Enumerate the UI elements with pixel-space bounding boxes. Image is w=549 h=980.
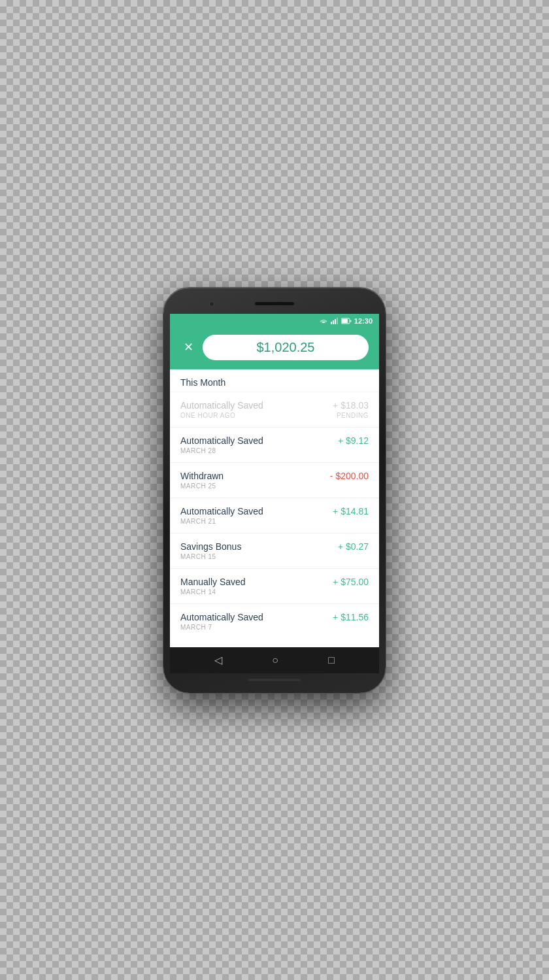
tx-left: Savings Bonus MARCH 15 (180, 541, 241, 560)
status-bar: 12:30 (170, 314, 379, 328)
tx-amount: + $9.12 (338, 435, 369, 446)
tx-right: + $18.03 PENDING (333, 400, 369, 419)
transaction-item[interactable]: Manually Saved MARCH 14 + $75.00 (170, 568, 379, 603)
tx-amount: + $0.27 (338, 541, 369, 552)
transaction-list: This Month Automatically Saved ONE HOUR … (170, 369, 379, 647)
svg-rect-6 (350, 320, 351, 322)
tx-amount: + $11.56 (333, 612, 369, 622)
tx-name: Automatically Saved (180, 400, 263, 411)
tx-amount: + $18.03 (333, 400, 369, 411)
battery-icon (341, 318, 352, 324)
transaction-item[interactable]: Automatically Saved MARCH 7 + $11.56 (170, 603, 379, 639)
tx-right: + $9.12 (338, 435, 369, 446)
tx-name: Automatically Saved (180, 435, 263, 446)
balance-pill: $1,020.25 (203, 335, 369, 360)
status-icons: 12:30 (319, 317, 373, 325)
app-header: ✕ $1,020.25 (170, 328, 379, 369)
wifi-icon (319, 318, 328, 324)
phone-home-indicator (248, 679, 301, 681)
tx-name: Manually Saved (180, 577, 246, 587)
status-time: 12:30 (354, 317, 373, 325)
balance-amount: $1,020.25 (257, 340, 315, 354)
tx-date: MARCH 14 (180, 588, 246, 596)
tx-right: + $14.81 (333, 506, 369, 516)
transaction-item[interactable]: Savings Bonus MARCH 15 + $0.27 (170, 533, 379, 568)
phone-device: 12:30 ✕ $1,020.25 This Month Automatical… (163, 288, 386, 693)
tx-right: - $200.00 (330, 471, 369, 481)
tx-left: Automatically Saved MARCH 28 (180, 435, 263, 454)
tx-left: Manually Saved MARCH 14 (180, 577, 246, 596)
tx-date: ONE HOUR AGO (180, 412, 263, 419)
phone-bottom (170, 673, 379, 686)
svg-rect-2 (335, 319, 336, 324)
tx-date: MARCH 25 (180, 482, 224, 490)
section-header-last-month: Last Month (170, 639, 379, 647)
transaction-item[interactable]: Automatically Saved ONE HOUR AGO + $18.0… (170, 392, 379, 427)
svg-rect-1 (333, 320, 334, 324)
tx-date: MARCH 15 (180, 553, 241, 560)
tx-date: MARCH 21 (180, 518, 263, 525)
tx-left: Automatically Saved MARCH 7 (180, 612, 263, 631)
tx-name: Automatically Saved (180, 506, 263, 516)
svg-rect-5 (342, 319, 348, 323)
home-button[interactable]: ○ (272, 654, 278, 666)
svg-rect-3 (337, 318, 338, 324)
tx-name: Withdrawn (180, 471, 224, 481)
phone-top (170, 294, 379, 314)
signal-icon (331, 318, 339, 324)
tx-left: Withdrawn MARCH 25 (180, 471, 224, 490)
tx-left: Automatically Saved ONE HOUR AGO (180, 400, 263, 419)
tx-amount: - $200.00 (330, 471, 369, 481)
close-button[interactable]: ✕ (180, 340, 196, 354)
tx-date: MARCH 7 (180, 624, 263, 631)
tx-status: PENDING (333, 412, 369, 419)
phone-screen: 12:30 ✕ $1,020.25 This Month Automatical… (170, 314, 379, 673)
tx-date: MARCH 28 (180, 447, 263, 454)
tx-amount: + $75.00 (333, 577, 369, 587)
section-header-this-month: This Month (170, 369, 379, 392)
tx-name: Savings Bonus (180, 541, 241, 552)
transaction-item[interactable]: Automatically Saved MARCH 21 + $14.81 (170, 498, 379, 533)
bottom-nav: ◁ ○ □ (170, 647, 379, 673)
tx-right: + $0.27 (338, 541, 369, 552)
transaction-item[interactable]: Withdrawn MARCH 25 - $200.00 (170, 462, 379, 498)
recent-button[interactable]: □ (328, 654, 335, 666)
tx-name: Automatically Saved (180, 612, 263, 622)
tx-right: + $75.00 (333, 577, 369, 587)
tx-right: + $11.56 (333, 612, 369, 622)
back-button[interactable]: ◁ (214, 654, 222, 666)
phone-speaker (255, 302, 294, 305)
tx-amount: + $14.81 (333, 506, 369, 516)
svg-rect-0 (331, 322, 332, 324)
phone-camera (209, 301, 214, 307)
transaction-item[interactable]: Automatically Saved MARCH 28 + $9.12 (170, 427, 379, 462)
tx-left: Automatically Saved MARCH 21 (180, 506, 263, 525)
